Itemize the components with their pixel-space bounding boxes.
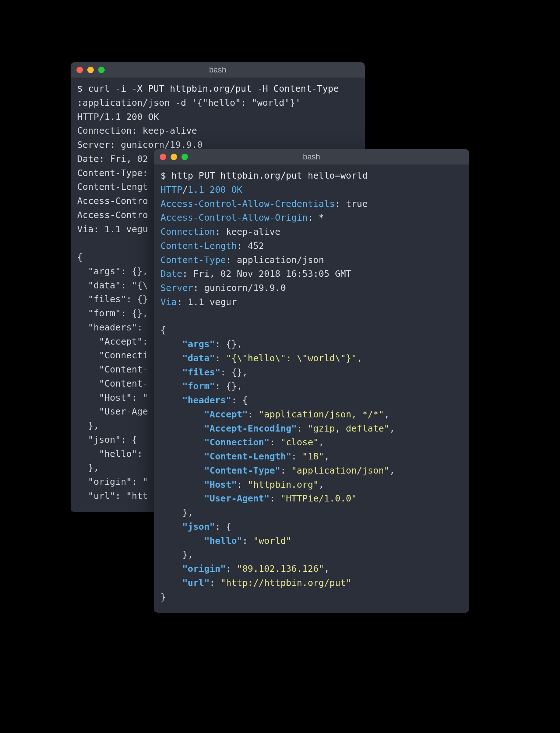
line: Server: gunicorn/19.9.0	[77, 139, 202, 150]
line: "Connecti	[77, 350, 148, 361]
json-line: "Accept-Encoding": "gzip, deflate",	[160, 423, 395, 434]
json-line: },	[160, 549, 193, 560]
json-line: "json": {	[160, 521, 231, 532]
titlebar: bash	[154, 149, 469, 164]
line: "hello":	[77, 449, 148, 459]
traffic-lights	[160, 154, 188, 160]
line: Connection: keep-alive	[77, 125, 197, 136]
header-line: Connection: keep-alive	[160, 226, 280, 237]
json-line: "Accept": "application/json, */*",	[160, 409, 389, 420]
json-line: "headers": {	[160, 395, 248, 405]
header-line: Access-Control-Allow-Origin: *	[160, 212, 324, 223]
status-line: HTTP/1.1 200 OK	[160, 184, 242, 195]
window-title: bash	[303, 152, 320, 162]
titlebar: bash	[71, 62, 365, 78]
json-line: "Connection": "close",	[160, 437, 324, 447]
json-line: "data": "{\"hello\": \"world\"}",	[160, 353, 362, 363]
close-icon[interactable]	[160, 154, 166, 160]
line: "data": "{\	[77, 280, 148, 291]
line: "files": {}	[77, 294, 148, 304]
line: Date: Fri, 02	[77, 154, 154, 164]
close-icon[interactable]	[76, 67, 83, 73]
header-line: Server: gunicorn/19.9.0	[160, 283, 286, 293]
json-line: "Content-Type": "application/json",	[160, 465, 395, 476]
json-line: },	[160, 507, 193, 518]
line: "args": {},	[77, 266, 148, 276]
header-line: Content-Type: application/json	[160, 255, 324, 265]
line: "Accept":	[77, 336, 148, 347]
line: },	[77, 462, 99, 473]
header-line: Access-Control-Allow-Credentials: true	[160, 199, 368, 209]
terminal-window-front[interactable]: bash $ http PUT httpbin.org/put hello=wo…	[154, 149, 469, 613]
header-line: Content-Length: 452	[160, 241, 264, 251]
line: "User-Age	[77, 406, 148, 417]
json-line: "Host": "httpbin.org",	[160, 479, 324, 490]
minimize-icon[interactable]	[87, 67, 94, 73]
json-line: "args": {},	[160, 339, 242, 349]
line: "url": "htt	[77, 491, 148, 501]
json-close: }	[160, 592, 166, 602]
line: "json": {	[77, 434, 137, 445]
minimize-icon[interactable]	[171, 154, 177, 160]
json-line: "files": {},	[160, 367, 248, 378]
line: $ curl -i -X PUT httpbin.org/put -H Cont…	[77, 83, 339, 94]
line: Content-Type:	[77, 168, 154, 178]
line: :application/json -d '{"hello": "world"}…	[77, 97, 301, 108]
line: Via: 1.1 vegu	[77, 224, 148, 234]
line: "Content-	[77, 378, 148, 389]
line: HTTP/1.1 200 OK	[77, 112, 159, 122]
line: Access-Contro	[77, 196, 148, 206]
line: "form": {},	[77, 308, 148, 318]
json-line: "Content-Length": "18",	[160, 451, 330, 462]
header-line: Via: 1.1 vegur	[160, 297, 237, 307]
line: "origin": "	[77, 476, 148, 487]
maximize-icon[interactable]	[181, 154, 188, 160]
line: Content-Lengt	[77, 182, 148, 192]
header-line: Date: Fri, 02 Nov 2018 16:53:05 GMT	[160, 268, 351, 279]
line: "Content-	[77, 364, 148, 375]
json-line: "url": "http://httpbin.org/put"	[160, 578, 351, 588]
line: "Host": "	[77, 392, 148, 403]
json-line: "hello": "world"	[160, 536, 291, 546]
terminal-content[interactable]: $ http PUT httpbin.org/put hello=world H…	[154, 164, 469, 613]
line: {	[77, 252, 83, 262]
line: Access-Contro	[77, 210, 148, 220]
command-line: $ http PUT httpbin.org/put hello=world	[160, 170, 368, 181]
json-line: "origin": "89.102.136.126",	[160, 563, 330, 574]
maximize-icon[interactable]	[98, 67, 105, 73]
json-open: {	[160, 325, 166, 335]
traffic-lights	[76, 67, 105, 73]
json-line: "form": {},	[160, 381, 242, 391]
line: },	[77, 420, 99, 431]
line: "headers":	[77, 322, 148, 333]
json-line: "User-Agent": "HTTPie/1.0.0"	[160, 493, 357, 504]
window-title: bash	[209, 65, 226, 75]
